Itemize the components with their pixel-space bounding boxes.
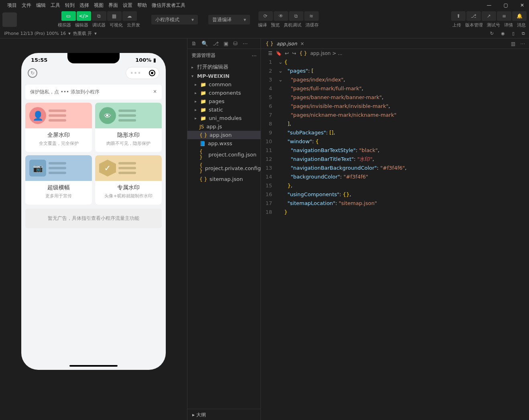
tab-appjson[interactable]: { }app.json× [261,39,309,49]
tab-close-icon: × [300,41,304,47]
explorer-more-icon[interactable]: ⋯ [252,53,256,59]
outline-section[interactable]: ▸ 大纲 [187,409,260,420]
tree-open[interactable]: ▸打开的编辑器 [187,62,260,72]
outline-toggle-icon[interactable]: ☰ [268,51,273,56]
mode-select[interactable]: 小程序模式▾ [151,15,198,24]
split-icon[interactable]: ▥ [511,41,515,47]
bookmark-icon[interactable]: 🔖 [276,51,282,56]
version-button[interactable]: ⎇ [466,11,481,21]
menu-微信开发者工具[interactable]: 微信开发者工具 [149,2,188,9]
editor-button[interactable]: </> [77,11,91,21]
menu-帮助[interactable]: 帮助 [135,2,149,9]
menu-界面[interactable]: 界面 [106,2,120,9]
tree-app.json[interactable]: { }app.json [187,131,260,139]
tip-bar[interactable]: 保护隐私，点 ••• 添加到小程序× [25,85,162,99]
breadcrumb[interactable]: ☰ 🔖 ↩ ↪ { }app.json > ... [261,49,529,58]
battery-label: 100% ▮ [135,57,156,63]
db-icon[interactable]: ⛁ [233,41,238,47]
record-icon[interactable]: ◉ [501,31,505,36]
toolbar: ▭ </> ⧉ ▦ ☁ 模拟器编辑器调试器可视化云开发 小程序模式▾ 普通编译▾… [0,10,529,29]
hot-reload-label[interactable]: 热重载 开 [73,30,92,37]
editor-panel: { }app.json× ▥⋯ ☰ 🔖 ↩ ↪ { }app.json > ..… [261,39,529,420]
tree-static[interactable]: ▸📁static [187,106,260,114]
branch-icon[interactable]: ⎇ [213,41,219,47]
menu-编辑[interactable]: 编辑 [34,2,48,9]
visual-button[interactable]: ▦ [107,11,122,21]
debugger-button[interactable]: ⧉ [92,11,106,21]
test-button[interactable]: ↗ [482,11,496,21]
minimize-icon: — [484,2,494,9]
tree-app.js[interactable]: JSapp.js [187,122,260,131]
remote-debug-button[interactable]: ⧉ [289,11,303,21]
card-3[interactable]: ✓专属水印头像+昵称就能制作水印 [95,155,162,205]
more-icon[interactable]: ⋯ [520,41,525,47]
cloud-button[interactable]: ☁ [122,11,137,21]
tree-project.config.json[interactable]: { }project.config.json [187,148,260,161]
tree-project.private.config.js...[interactable]: { }project.private.config.js... [187,161,260,175]
ad-placeholder: 暂无广告，具体指引查看小程序流量主功能 [25,209,162,228]
search-icon[interactable]: 🔍 [201,41,208,47]
preview-button[interactable]: 👁 [274,11,288,21]
page-refresh-icon[interactable]: ↻ [28,68,37,78]
tree-app.wxss[interactable]: 📘app.wxss [187,139,260,148]
menu-文件[interactable]: 文件 [19,2,34,9]
simulator-panel: 15:55100% ▮ ↻ ••• 保护隐私，点 ••• 添加到小程序× 👤全屏… [0,39,187,420]
explorer-panel: 🗎 🔍 ⎇ ▣ ⛁ ⋯ 资源管理器⋯ ▸打开的编辑器▾MP-WEIXIN▸📁co… [187,39,261,420]
window-controls[interactable]: — ▢ ✕ [484,2,527,9]
detail-button[interactable]: ≡ [497,11,511,21]
compile-select[interactable]: 普通编译▾ [208,15,250,24]
card-1[interactable]: 👁隐形水印肉眼不可见，隐形保护 [95,103,162,152]
menu-items[interactable]: 项目文件编辑工具转到选择视图界面设置帮助微信开发者工具 [2,1,190,10]
explorer-title: 资源管理器 [191,52,216,59]
editor-tabs: { }app.json× ▥⋯ [261,39,529,49]
tree-common[interactable]: ▸📁common [187,80,260,89]
card-0[interactable]: 👤全屏水印全文覆盖，完全保护 [25,103,92,152]
tree-pages[interactable]: ▸📁pages [187,97,260,106]
phone-icon[interactable]: ▯ [512,31,515,36]
simulator-button[interactable]: ▭ [61,11,76,21]
popout-icon[interactable]: ⧉ [522,31,525,36]
avatar[interactable] [2,12,17,27]
device-label[interactable]: iPhone 12/13 (Pro) 100% 16 [4,31,66,36]
forward-icon[interactable]: ↪ [292,51,296,56]
tree-uni_modules[interactable]: ▸📁uni_modules [187,114,260,122]
upload-button[interactable]: ⬆ [451,11,466,21]
clear-cache-button[interactable]: ≋ [304,11,319,21]
menu-设置[interactable]: 设置 [120,2,135,9]
ext-icon[interactable]: ▣ [224,41,228,47]
tree-components[interactable]: ▸📁components [187,89,260,97]
menu-项目[interactable]: 项目 [5,2,19,9]
phone-preview[interactable]: 15:55100% ▮ ↻ ••• 保护隐私，点 ••• 添加到小程序× 👤全屏… [21,53,166,370]
menu-转到[interactable]: 转到 [63,2,77,9]
back-icon[interactable]: ↩ [285,51,289,56]
menu-选择[interactable]: 选择 [77,2,92,9]
tree-root[interactable]: ▾MP-WEIXIN [187,72,260,80]
menubar: 项目文件编辑工具转到选择视图界面设置帮助微信开发者工具 — ▢ ✕ [0,0,529,10]
menu-工具[interactable]: 工具 [48,2,63,9]
card-2[interactable]: 📷超级横幅更多用于宣传 [25,155,92,205]
view-toggles: ▭ </> ⧉ ▦ ☁ 模拟器编辑器调试器可视化云开发 [58,11,140,28]
menu-视图[interactable]: 视图 [92,2,106,9]
capsule-button[interactable]: ••• [126,67,159,79]
close-icon: ✕ [518,2,527,9]
more-icon[interactable]: ⋯ [242,41,248,47]
message-button[interactable]: 🔔 [512,11,527,21]
simbar: iPhone 12/13 (Pro) 100% 16 ▾ 热重载 开 ▾ ↻ ◉… [0,29,529,39]
maximize-icon: ▢ [501,2,511,9]
close-tip-icon: × [153,89,157,95]
compile-button[interactable]: ⟳ [258,11,273,21]
tree-sitemap.json[interactable]: { }sitemap.json [187,175,260,183]
code-editor[interactable]: 123456789101112131415161718 ⌄⌄⌄ { "pages… [261,58,529,420]
time-label: 15:55 [31,57,47,63]
files-icon[interactable]: 🗎 [191,41,197,47]
refresh-icon[interactable]: ↻ [490,31,494,36]
